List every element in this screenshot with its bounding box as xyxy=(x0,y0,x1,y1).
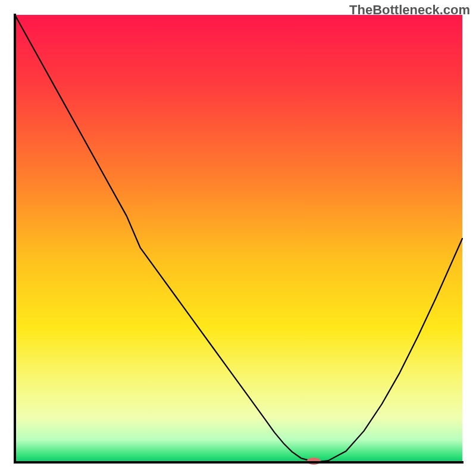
chart-background-gradient xyxy=(15,15,462,462)
watermark-label: TheBottleneck.com xyxy=(349,2,470,18)
chart-container: TheBottleneck.com xyxy=(0,0,476,476)
chart-svg xyxy=(0,0,476,476)
